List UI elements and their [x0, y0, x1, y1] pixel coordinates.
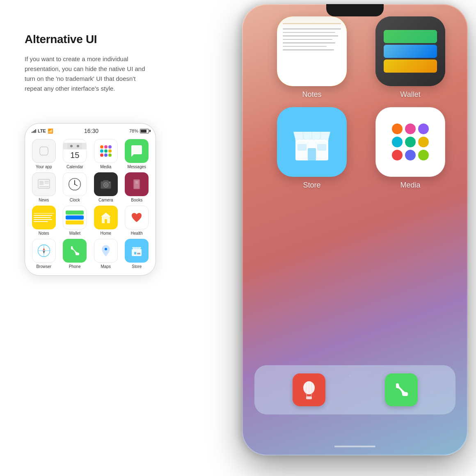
app-item-messages[interactable]: Messages — [123, 139, 151, 169]
large-app-icon-media — [375, 107, 445, 177]
app-item-home[interactable]: Home — [92, 206, 120, 236]
notes-lines — [32, 211, 56, 224]
wifi-icon: 📶 — [48, 128, 53, 134]
app-item-browser[interactable]: Browser — [30, 239, 58, 269]
large-icons-grid: Notes Wallet — [267, 16, 455, 190]
app-item-store[interactable]: Store — [123, 239, 151, 269]
large-app-label-notes: Notes — [302, 90, 321, 99]
app-label-store: Store — [132, 264, 142, 269]
calendar-date: 15 — [70, 151, 79, 159]
svg-rect-43 — [308, 148, 316, 160]
svg-rect-21 — [134, 180, 139, 188]
app-label-camera: Camera — [98, 198, 113, 202]
app-label-messages: Messages — [127, 165, 146, 169]
svg-line-50 — [307, 394, 307, 397]
svg-point-12 — [74, 184, 76, 185]
app-icon-browser — [32, 239, 56, 263]
lte-label: LTE — [38, 128, 46, 133]
page-description: If you want to create a more individual … — [25, 54, 152, 94]
app-item-camera[interactable]: Camera — [92, 172, 120, 202]
large-app-item-media[interactable]: Media — [365, 107, 455, 190]
notch — [326, 4, 384, 16]
battery-pct: 78% — [129, 128, 138, 133]
app-item-news[interactable]: News — [30, 172, 58, 202]
app-item-books[interactable]: Books — [123, 172, 151, 202]
status-right: 78% — [129, 128, 149, 133]
svg-point-3 — [77, 145, 79, 147]
battery-icon — [140, 129, 149, 133]
app-item-notes[interactable]: Notes — [30, 206, 58, 236]
app-label-home: Home — [100, 231, 111, 236]
app-icon-phone — [63, 239, 87, 263]
svg-rect-44 — [298, 144, 307, 151]
large-app-icon-store — [277, 107, 347, 177]
app-icon-home — [94, 206, 118, 229]
right-panel: Notes Wallet — [222, 0, 476, 468]
app-label-your-app: Your app — [36, 165, 52, 169]
app-icon-store — [125, 239, 149, 263]
app-item-maps[interactable]: Maps — [92, 239, 120, 269]
svg-marker-25 — [101, 213, 111, 217]
svg-rect-45 — [317, 144, 326, 151]
app-label-wallet: Wallet — [69, 231, 80, 236]
app-icon-calendar: 15 — [63, 139, 87, 163]
app-label-notes: Notes — [39, 231, 49, 236]
app-icon-messages — [125, 139, 149, 163]
app-item-media[interactable]: Media — [92, 139, 120, 169]
media-large-dots — [392, 124, 429, 160]
dock-item-phone[interactable] — [385, 373, 418, 406]
app-label-browser: Browser — [36, 264, 51, 269]
phone-mockup-small: LTE 📶 16:30 78% Your app — [25, 123, 156, 276]
svg-rect-26 — [105, 219, 107, 223]
app-label-calendar: Calendar — [66, 165, 83, 169]
svg-rect-33 — [132, 249, 142, 256]
status-bar: LTE 📶 16:30 78% — [25, 124, 156, 137]
left-panel: Alternative UI If you want to create a m… — [25, 33, 197, 110]
status-left: LTE 📶 — [32, 128, 53, 134]
wallet-cards — [63, 208, 86, 227]
large-app-label-store: Store — [303, 181, 320, 190]
app-item-clock[interactable]: Clock — [61, 172, 89, 202]
calendar-header — [63, 143, 86, 149]
app-label-clock: Clock — [70, 198, 80, 202]
app-icon-clock — [63, 172, 87, 196]
app-item-your-app[interactable]: Your app — [30, 139, 58, 169]
notes-content — [277, 16, 347, 86]
signal-bars — [32, 129, 36, 133]
dock-icon-phone — [385, 373, 418, 406]
app-item-health[interactable]: Health — [123, 206, 151, 236]
svg-point-18 — [105, 184, 107, 186]
large-app-item-wallet[interactable]: Wallet — [365, 16, 455, 99]
large-app-label-wallet: Wallet — [400, 90, 420, 99]
app-label-maps: Maps — [101, 264, 111, 269]
wallet-bg — [375, 16, 445, 86]
app-icon-books — [125, 172, 149, 196]
svg-rect-1 — [67, 143, 82, 149]
app-icon-health — [125, 206, 149, 229]
app-icon-news — [32, 172, 56, 196]
dock-icon-balloon — [293, 373, 325, 406]
large-app-item-notes[interactable]: Notes — [267, 16, 357, 99]
svg-rect-36 — [137, 253, 140, 254]
page-title: Alternative UI — [25, 33, 197, 46]
app-icon-maps — [94, 239, 118, 263]
svg-rect-5 — [39, 181, 43, 185]
app-icon-wallet — [63, 206, 87, 229]
home-bar — [334, 446, 375, 447]
app-item-phone[interactable]: Phone — [61, 239, 89, 269]
large-app-item-store[interactable]: Store — [267, 107, 357, 190]
svg-point-2 — [70, 145, 73, 147]
svg-point-19 — [109, 182, 110, 183]
time-display: 16:30 — [84, 128, 98, 134]
dock-item-balloon[interactable] — [293, 373, 325, 406]
app-item-wallet[interactable]: Wallet — [61, 206, 89, 236]
app-label-media: Media — [100, 165, 111, 169]
dock — [254, 365, 455, 414]
svg-rect-35 — [134, 252, 136, 254]
app-icon-your-app — [32, 139, 56, 163]
app-icon-media — [94, 139, 118, 163]
app-item-calendar[interactable]: 15 Calendar — [61, 139, 89, 169]
app-label-books: Books — [131, 198, 142, 202]
large-app-label-media: Media — [400, 181, 420, 190]
large-app-icon-notes — [277, 16, 347, 86]
